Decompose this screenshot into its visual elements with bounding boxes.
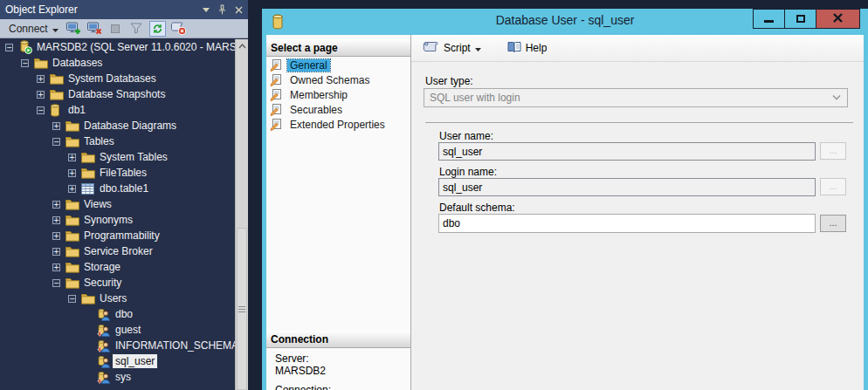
user-name-label: User name:: [439, 130, 493, 142]
tree-item[interactable]: + Service Broker: [0, 243, 235, 259]
expand-icon[interactable]: +: [37, 91, 45, 99]
tree-item-label: Users: [97, 291, 129, 305]
script-dropdown-icon[interactable]: [475, 42, 481, 54]
user-type-label: User type:: [425, 75, 473, 87]
expand-icon[interactable]: +: [52, 232, 60, 240]
login-name-field[interactable]: [438, 178, 816, 196]
page-item[interactable]: Membership: [266, 87, 410, 102]
dialog-titlebar[interactable]: Database User - sql_user: [262, 9, 868, 35]
collapse-icon[interactable]: −: [37, 106, 45, 114]
expand-icon[interactable]: +: [52, 201, 60, 209]
folder-icon: [65, 246, 81, 257]
user-icon: [97, 355, 113, 368]
tree-item[interactable]: + System Databases: [0, 71, 235, 86]
disconnect-icon[interactable]: [86, 21, 103, 37]
connect-object-icon[interactable]: [65, 21, 82, 37]
pin-icon[interactable]: [218, 4, 226, 15]
tree-item[interactable]: + FileTables: [0, 165, 235, 181]
scrollbar-thumb[interactable]: [237, 228, 247, 390]
tree-item[interactable]: + Database Snapshots: [0, 86, 235, 102]
close-icon[interactable]: [235, 6, 243, 14]
tree-item[interactable]: − Users: [0, 291, 235, 306]
page-item-label: Owned Schemas: [287, 74, 372, 86]
connect-button[interactable]: Connect: [6, 22, 61, 36]
page-item[interactable]: Owned Schemas: [266, 72, 410, 87]
expand-icon[interactable]: +: [52, 248, 60, 256]
expand-icon[interactable]: +: [68, 169, 76, 177]
collapse-icon[interactable]: −: [5, 44, 13, 51]
table-icon: [81, 183, 97, 195]
user-name-field[interactable]: [438, 142, 816, 161]
maximize-button[interactable]: [784, 9, 816, 29]
tree-item-label: sys: [113, 370, 134, 384]
tree-item[interactable]: guest: [0, 322, 235, 338]
folder-icon: [65, 120, 81, 132]
tree-item[interactable]: + Storage: [0, 259, 235, 275]
tree-item[interactable]: − Security: [0, 275, 235, 291]
script-error-icon[interactable]: [170, 21, 187, 37]
object-explorer-panel: Object Explorer Connect − MARSDB2 (SQL S…: [0, 0, 248, 390]
tree-item-label: sql_user: [113, 354, 157, 368]
tree-item[interactable]: − Databases: [0, 55, 235, 71]
tree-scrollbar[interactable]: [235, 39, 248, 390]
collapse-icon[interactable]: −: [52, 138, 60, 146]
user-icon: [97, 308, 113, 321]
folder-icon: [65, 262, 81, 273]
tree-item[interactable]: − MARSDB2 (SQL Server 11.0.6020 - MARSD: [0, 39, 235, 55]
script-icon: [423, 41, 439, 56]
tree-item-label: Storage: [81, 260, 123, 274]
page-edit-icon: [270, 119, 287, 131]
tree-item-label: Service Broker: [81, 244, 155, 258]
expand-icon[interactable]: +: [52, 216, 60, 224]
page-item[interactable]: General: [266, 58, 410, 72]
connection-label: Connection:: [275, 384, 331, 390]
user-disabled-icon: [97, 339, 113, 352]
stop-icon[interactable]: [107, 21, 124, 37]
page-item[interactable]: Extended Properties: [266, 117, 410, 132]
tree-item[interactable]: INFORMATION_SCHEMA: [0, 338, 235, 353]
expand-icon[interactable]: +: [52, 122, 60, 130]
collapse-icon[interactable]: −: [21, 59, 29, 67]
expand-icon[interactable]: +: [68, 185, 76, 193]
window-position-icon[interactable]: [203, 8, 210, 12]
tree-item-label: Databases: [50, 56, 105, 70]
default-schema-browse-button[interactable]: ...: [820, 215, 846, 232]
tree-item[interactable]: dbo: [0, 306, 235, 322]
scroll-up-icon[interactable]: [236, 41, 248, 51]
minimize-button[interactable]: [753, 9, 785, 29]
collapse-icon[interactable]: −: [68, 295, 76, 303]
folder-icon: [65, 230, 81, 242]
page-item[interactable]: Securables: [266, 102, 410, 117]
object-explorer-tree: − MARSDB2 (SQL Server 11.0.6020 - MARSD …: [0, 39, 235, 390]
user-type-combobox[interactable]: SQL user with login: [424, 88, 848, 107]
tree-item[interactable]: + Synonyms: [0, 212, 235, 228]
expand-icon[interactable]: +: [37, 75, 45, 83]
expand-icon[interactable]: +: [68, 154, 76, 161]
database-user-dialog: Database User - sql_user Select a page G…: [262, 9, 868, 390]
separator: [425, 122, 853, 123]
close-button[interactable]: [816, 9, 860, 29]
help-button[interactable]: Help: [505, 39, 550, 58]
default-schema-field[interactable]: [438, 214, 816, 233]
tree-item[interactable]: + dbo.table1: [0, 181, 235, 196]
refresh-icon[interactable]: [149, 21, 166, 37]
help-icon: [507, 41, 521, 56]
tree-item[interactable]: − Tables: [0, 133, 235, 149]
filter-icon[interactable]: [128, 21, 145, 37]
collapse-icon[interactable]: −: [52, 279, 60, 287]
chevron-down-icon[interactable]: [831, 94, 842, 101]
tree-item-label: Security: [81, 276, 124, 290]
tree-item[interactable]: + Views: [0, 196, 235, 212]
script-button[interactable]: Script: [420, 39, 484, 58]
tree-item-label: Synonyms: [81, 213, 135, 227]
tree-item[interactable]: + Database Diagrams: [0, 118, 235, 133]
tree-item[interactable]: − db1: [0, 102, 235, 118]
folder-icon: [65, 277, 81, 289]
login-name-browse-button: ...: [820, 178, 846, 195]
tree-item[interactable]: + System Tables: [0, 149, 235, 165]
tree-item[interactable]: + Programmability: [0, 228, 235, 243]
tree-item-label: Views: [81, 197, 114, 211]
tree-item[interactable]: sys: [0, 369, 235, 385]
expand-icon[interactable]: +: [52, 263, 60, 271]
tree-item[interactable]: sql_user: [0, 353, 235, 369]
